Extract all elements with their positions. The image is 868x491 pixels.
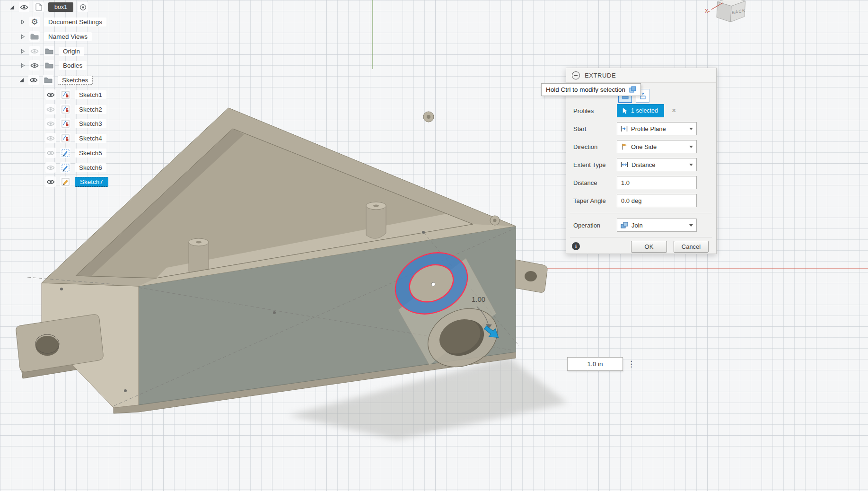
expand-arrow-icon[interactable]	[21, 63, 25, 68]
profile-plane-icon	[620, 125, 628, 132]
document-icon	[34, 2, 44, 12]
distance-field-wrap: ⋮	[567, 357, 635, 371]
browser-item-sketch2[interactable]: Sketch2	[45, 104, 106, 115]
clear-selection-button[interactable]: ×	[672, 107, 676, 114]
taper-angle-row: Taper Angle	[573, 194, 710, 207]
visibility-eye-icon[interactable]	[45, 89, 56, 100]
browser-item-sketch4[interactable]: Sketch4	[45, 132, 106, 144]
sketch-icon	[60, 133, 70, 143]
one-side-icon	[620, 143, 628, 150]
visibility-eye-icon[interactable]	[45, 162, 56, 173]
taper-angle-input[interactable]	[617, 194, 697, 207]
dimension-label: 1.00	[472, 295, 485, 303]
axis-x-label: X-	[705, 8, 710, 14]
folder-icon	[44, 46, 54, 56]
visibility-eye-icon[interactable]	[29, 46, 40, 56]
display-mode-icon[interactable]	[78, 2, 88, 12]
browser-item-label[interactable]: Sketch4	[75, 134, 106, 143]
sketch-icon	[60, 104, 70, 114]
sketch-icon	[60, 148, 70, 158]
browser-item-label[interactable]: Document Settings	[44, 18, 106, 26]
browser-item-label[interactable]: Origin	[59, 47, 84, 56]
visibility-eye-icon[interactable]	[45, 148, 56, 158]
view-cube[interactable]: BACK	[717, 0, 746, 22]
document-title[interactable]: box1	[48, 2, 73, 12]
browser-item-label[interactable]: Sketches	[58, 76, 93, 85]
tooltip-text: Hold Ctrl to modify selection	[546, 86, 625, 93]
gear-icon: ⚙	[29, 17, 40, 27]
operation-label: Operation	[573, 222, 617, 229]
sketch-icon	[60, 162, 70, 173]
expand-arrow-icon[interactable]	[21, 49, 25, 54]
folder-icon	[43, 75, 53, 85]
direction-select[interactable]: One Side	[617, 140, 697, 153]
profiles-row: Profiles 1 selected ×	[573, 104, 710, 117]
visibility-eye-icon[interactable]	[19, 2, 29, 12]
extent-type-row: Extent Type Distance	[573, 158, 710, 171]
browser-item-named-views[interactable]: Named Views	[21, 31, 92, 42]
browser-item-label[interactable]: Sketch3	[75, 119, 106, 128]
expand-arrow-icon[interactable]	[21, 34, 25, 39]
divider	[570, 237, 712, 237]
divider	[570, 213, 712, 213]
chevron-down-icon	[689, 128, 693, 130]
start-select[interactable]: Profile Plane	[617, 122, 697, 135]
browser-item-sketches[interactable]: Sketches	[19, 74, 93, 86]
browser-item-sketch7[interactable]: Sketch7	[45, 176, 108, 187]
extent-type-label: Extent Type	[573, 161, 617, 168]
expand-arrow-icon[interactable]	[19, 78, 24, 83]
visibility-eye-icon[interactable]	[45, 118, 56, 129]
ok-button[interactable]: OK	[631, 241, 667, 253]
operation-select[interactable]: Join	[617, 219, 697, 232]
distance-row: Distance	[573, 176, 710, 189]
visibility-eye-icon[interactable]	[45, 104, 56, 114]
dialog-title: EXTRUDE	[585, 72, 616, 79]
browser-item-label[interactable]: Bodies	[59, 61, 87, 70]
expand-arrow-icon[interactable]	[9, 5, 15, 10]
start-row: Start Profile Plane	[573, 122, 710, 135]
viewport-3d[interactable]: 1.00 BACK X- box1 ⚙ Document Settings	[0, 0, 868, 491]
sketch-icon	[60, 89, 70, 100]
browser-item-sketch3[interactable]: Sketch3	[45, 118, 106, 129]
browser-item-bodies[interactable]: Bodies	[21, 60, 87, 71]
browser-item-origin[interactable]: Origin	[21, 45, 84, 57]
profiles-selection-button[interactable]: 1 selected	[617, 104, 664, 117]
visibility-eye-icon[interactable]	[28, 75, 39, 85]
distance-label: Distance	[573, 179, 617, 186]
profiles-label: Profiles	[573, 107, 617, 114]
visibility-eye-icon[interactable]	[45, 176, 56, 187]
visibility-eye-icon[interactable]	[29, 60, 40, 70]
folder-icon	[44, 60, 54, 70]
chevron-down-icon	[689, 224, 693, 227]
browser-item-label[interactable]: Sketch5	[75, 149, 106, 158]
dialog-header[interactable]: EXTRUDE	[566, 68, 716, 83]
cancel-button[interactable]: Cancel	[674, 241, 709, 253]
canvas-distance-input[interactable]	[567, 357, 623, 371]
browser-item-label[interactable]: Sketch2	[75, 105, 106, 114]
sketch-icon	[60, 176, 70, 187]
browser-item-document-settings[interactable]: ⚙ Document Settings	[21, 16, 106, 27]
direction-label: Direction	[573, 143, 617, 150]
folder-icon	[29, 31, 40, 42]
browser-item-sketch1[interactable]: Sketch1	[45, 89, 106, 100]
browser-item-label[interactable]: Sketch6	[75, 163, 106, 172]
browser-item-label[interactable]: Named Views	[44, 32, 92, 41]
distance-input[interactable]	[617, 176, 697, 189]
extent-type-select[interactable]: Distance	[617, 158, 697, 171]
standoff-boss	[189, 238, 209, 275]
chevron-down-icon	[689, 146, 693, 148]
kebab-menu-icon[interactable]: ⋮	[627, 360, 635, 368]
browser-item-label[interactable]: Sketch1	[75, 90, 106, 99]
visibility-eye-icon[interactable]	[45, 133, 56, 143]
info-icon[interactable]: i	[572, 242, 580, 250]
browser-item-sketch5[interactable]: Sketch5	[45, 147, 106, 158]
expand-arrow-icon[interactable]	[21, 19, 25, 25]
browser-item-box1[interactable]: box1	[9, 1, 88, 13]
browser-item-sketch6[interactable]: Sketch6	[45, 162, 106, 173]
browser-item-label[interactable]: Sketch7	[75, 177, 108, 187]
operation-row: Operation Join	[573, 219, 710, 232]
collapse-icon[interactable]	[572, 71, 580, 79]
mounting-ear-right	[516, 260, 547, 292]
cursor-icon	[622, 107, 628, 114]
selection-tooltip: Hold Ctrl to modify selection	[541, 83, 641, 96]
